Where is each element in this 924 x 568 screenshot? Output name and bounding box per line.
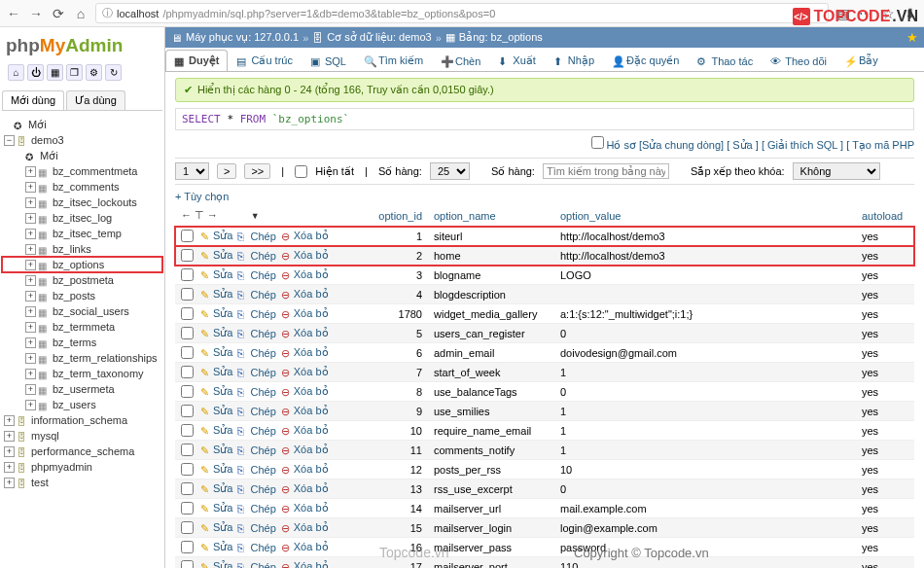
cell-value[interactable]: login@example.com — [554, 518, 856, 538]
copy-link[interactable]: ⎘Chép — [237, 464, 275, 476]
favorite-icon[interactable]: ★ — [906, 30, 918, 45]
cell-id[interactable]: 3 — [370, 266, 428, 285]
delete-link[interactable]: ⊖Xóa bỏ — [281, 366, 329, 378]
copy-link[interactable]: ⎘Chép — [237, 483, 275, 495]
tree-table-bz_postmeta[interactable]: +▦bz_postmeta — [2, 272, 162, 288]
expand-icon[interactable]: + — [25, 400, 36, 410]
crumb-table[interactable]: Bảng: bz_options — [459, 31, 543, 44]
profile-checkbox[interactable] — [591, 136, 604, 149]
col-autoload[interactable]: autoload — [856, 205, 914, 227]
home-icon[interactable]: ⌂ — [73, 6, 89, 21]
tab-Xuất[interactable]: ⬇Xuất — [489, 50, 545, 71]
cell-value[interactable]: 10 — [554, 460, 856, 479]
cell-value[interactable]: 0 — [554, 324, 856, 343]
cell-id[interactable]: 16 — [370, 538, 428, 557]
cell-id[interactable]: 2 — [370, 246, 428, 266]
expand-icon[interactable]: + — [4, 446, 15, 457]
copy-link[interactable]: ⎘Chép — [237, 561, 275, 569]
copy-link[interactable]: ⎘Chép — [237, 406, 275, 417]
cell-id[interactable]: 13 — [370, 479, 428, 499]
tab-favorites[interactable]: Ưa dùng — [66, 90, 125, 110]
row-checkbox[interactable] — [181, 268, 194, 281]
delete-link[interactable]: ⊖Xóa bỏ — [281, 560, 329, 568]
tree-table-bz_term_relationships[interactable]: +▦bz_term_relationships — [2, 350, 162, 366]
delete-link[interactable]: ⊖Xóa bỏ — [281, 288, 329, 301]
copy-link[interactable]: ⎘Chép — [237, 308, 275, 320]
expand-icon[interactable]: + — [25, 244, 36, 255]
row-checkbox[interactable] — [181, 249, 194, 262]
cell-autoload[interactable]: yes — [856, 441, 914, 460]
tree-new[interactable]: ✪Mới — [2, 117, 162, 132]
row-checkbox[interactable] — [181, 444, 194, 456]
cell-id[interactable]: 6 — [370, 343, 428, 363]
cell-name[interactable]: start_of_week — [428, 363, 554, 382]
cell-value[interactable] — [554, 285, 856, 304]
edit-link[interactable]: ✎Sửa — [200, 327, 232, 339]
edit-link[interactable]: ✎Sửa — [200, 560, 232, 568]
cell-autoload[interactable]: yes — [856, 538, 914, 557]
tab-Theo dõi[interactable]: 👁Theo dõi — [762, 50, 835, 71]
cell-name[interactable]: posts_per_rss — [428, 460, 554, 479]
delete-link[interactable]: ⊖Xóa bỏ — [281, 541, 329, 553]
page-select[interactable]: 1 — [175, 162, 209, 180]
tree-db-phpmyadmin[interactable]: +🗄phpmyadmin — [2, 459, 162, 475]
tree-table-bz_term_taxonomy[interactable]: +▦bz_term_taxonomy — [2, 366, 162, 381]
expand-icon[interactable]: + — [25, 384, 36, 395]
cell-id[interactable]: 9 — [370, 402, 428, 421]
cell-id[interactable]: 1 — [370, 227, 428, 246]
tab-Chèn[interactable]: ➕Chèn — [432, 50, 489, 71]
edit-link[interactable]: Sửa — [732, 139, 752, 151]
tree-table-bz_itsec_lockouts[interactable]: +▦bz_itsec_lockouts — [2, 195, 162, 210]
tree-db-information_schema[interactable]: +🗄information_schema — [2, 412, 162, 428]
edit-link[interactable]: ✎Sửa — [200, 405, 232, 417]
cell-id[interactable]: 11 — [370, 441, 428, 460]
copy-link[interactable]: ⎘Chép — [237, 289, 275, 301]
cell-value[interactable]: 0 — [554, 382, 856, 402]
cell-name[interactable]: comments_notify — [428, 441, 554, 460]
cell-id[interactable]: 8 — [370, 382, 428, 402]
tree-table-bz_terms[interactable]: +▦bz_terms — [2, 335, 162, 350]
expand-icon[interactable]: + — [25, 197, 36, 208]
cell-value[interactable]: 0 — [554, 479, 856, 499]
cell-autoload[interactable]: yes — [856, 557, 914, 569]
expand-icon[interactable]: + — [4, 431, 15, 442]
delete-link[interactable]: ⊖Xóa bỏ — [281, 482, 329, 495]
row-checkbox[interactable] — [181, 463, 194, 476]
expand-icon[interactable]: + — [25, 260, 36, 270]
tree-table-bz_usermeta[interactable]: +▦bz_usermeta — [2, 381, 162, 397]
cell-name[interactable]: use_smilies — [428, 402, 554, 421]
cell-name[interactable]: users_can_register — [428, 324, 554, 343]
tree-table-bz_comments[interactable]: +▦bz_comments — [2, 179, 162, 195]
col-option-value[interactable]: option_value — [554, 205, 856, 227]
delete-link[interactable]: ⊖Xóa bỏ — [281, 307, 329, 320]
tree-table-bz_users[interactable]: +▦bz_users — [2, 397, 162, 412]
copy-link[interactable]: ⎘Chép — [237, 269, 275, 281]
cell-value[interactable]: password — [554, 538, 856, 557]
cell-autoload[interactable]: yes — [856, 304, 914, 324]
cell-autoload[interactable]: yes — [856, 460, 914, 479]
cell-autoload[interactable]: yes — [856, 402, 914, 421]
cell-name[interactable]: require_name_email — [428, 421, 554, 441]
crumb-server[interactable]: Máy phục vụ: 127.0.0.1 — [186, 31, 299, 44]
logout-icon[interactable]: ⏻ — [27, 64, 44, 81]
copy-link[interactable]: ⎘Chép — [237, 231, 275, 242]
copy-link[interactable]: ⎘Chép — [237, 347, 275, 359]
row-checkbox[interactable] — [181, 502, 194, 515]
row-checkbox[interactable] — [181, 288, 194, 301]
row-checkbox[interactable] — [181, 541, 194, 553]
copy-link[interactable]: ⎘Chép — [237, 444, 275, 456]
edit-link[interactable]: ✎Sửa — [200, 346, 232, 359]
copy-link[interactable]: ⎘Chép — [237, 425, 275, 437]
row-checkbox[interactable] — [181, 366, 194, 378]
home-icon[interactable]: ⌂ — [8, 64, 24, 81]
edit-link[interactable]: ✎Sửa — [200, 366, 232, 378]
row-checkbox[interactable] — [181, 424, 194, 437]
sort-icon[interactable]: ▼ — [251, 211, 260, 221]
edit-link[interactable]: ✎Sửa — [200, 230, 232, 242]
copy-link[interactable]: ⎘Chép — [237, 367, 275, 378]
cell-autoload[interactable]: yes — [856, 343, 914, 363]
cell-value[interactable]: 1 — [554, 363, 856, 382]
cell-id[interactable]: 10 — [370, 421, 428, 441]
tree-table-bz_posts[interactable]: +▦bz_posts — [2, 288, 162, 303]
tree-new-table[interactable]: ✪Mới — [2, 148, 162, 163]
